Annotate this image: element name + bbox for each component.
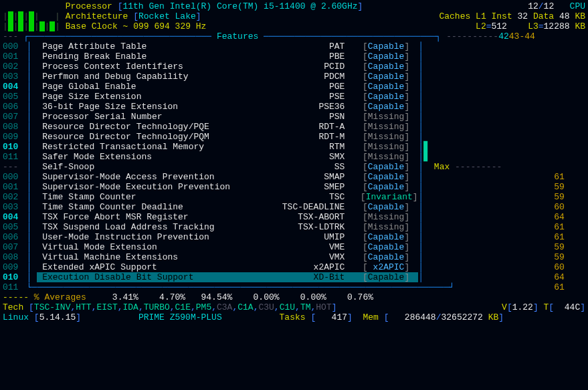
feature-row[interactable]: 011 │ Safer Mode ExtensionsSMX [Missing]… (3, 152, 585, 162)
features-list[interactable]: 000 │ Page Attribute TablePAT [Capable]│… (3, 41, 585, 282)
feature-status: [Missing] (345, 152, 411, 162)
gauge-mark (423, 41, 429, 52)
feature-row[interactable]: 000 │ Page Attribute TablePAT [Capable]│ (3, 41, 585, 52)
feature-row[interactable]: 005 │ TSX Suspend Load Address TrackingT… (3, 222, 585, 232)
feature-name: Resource Director Technology/PQM (37, 132, 271, 142)
line-number: --- (3, 162, 21, 172)
feature-name: Safer Mode Extensions (37, 152, 271, 162)
feature-code: RDT-M (271, 132, 345, 142)
tech-item: TURBO (144, 302, 170, 312)
feature-name: Self-Snoop (37, 162, 271, 172)
feature-row[interactable]: 007 │ Processor Serial NumberPSN [Missin… (3, 112, 585, 122)
feature-row[interactable]: 005 │ Page Size ExtensionPSE [Capable]│ (3, 92, 585, 102)
feature-code: PBE (271, 52, 345, 62)
status-bar: Linux [5.14.15] PRIME Z590M-PLUS Tasks [… (3, 312, 585, 322)
temp-value: 61 (545, 172, 565, 182)
tech-item: C3U (258, 302, 274, 312)
gauge-mark (423, 252, 429, 262)
feature-row[interactable]: 002 │ Time Stamp CounterTSC [Invariant]│… (3, 192, 585, 202)
feature-code: SMAP (271, 172, 345, 182)
feature-code: PCID (271, 62, 345, 72)
feature-row[interactable]: 004 │ Page Global EnablePGE [Capable]│ (3, 82, 585, 92)
temp-value (545, 52, 565, 62)
temp-value: 59 (545, 252, 565, 262)
tech-item: IDA (123, 302, 138, 312)
feature-name: Resource Director Technology/PQE (37, 122, 271, 132)
feature-row[interactable]: 001 │ Supervisor-Mode Execution Preventi… (3, 182, 585, 192)
gauge-mark (423, 232, 429, 242)
tech-item: HOT (316, 302, 331, 312)
gauge-mark (423, 222, 429, 232)
feature-status: [Capable] (345, 52, 411, 62)
feature-code: PSE (271, 92, 345, 102)
feature-name: Page Global Enable (37, 82, 271, 92)
temp-value: 59 (545, 182, 565, 192)
gauge-mark (423, 192, 429, 202)
tech-item: TSC-INV (34, 302, 71, 312)
temp-value (545, 92, 565, 102)
feature-status: [Capable] (345, 41, 411, 52)
temp-value (545, 142, 565, 152)
feature-row[interactable]: 006 │ 36-bit Page Size ExtensionPSE36 [C… (3, 102, 585, 112)
feature-row[interactable]: 003 │ Time Stamp Counter DeadlineTSC-DEA… (3, 202, 585, 212)
feature-row[interactable]: 009 │ Resource Director Technology/PQMRD… (3, 132, 585, 142)
feature-status: [Capable] (345, 202, 411, 212)
feature-row[interactable]: 001 │ Pending Break EnablePBE [Capable]│ (3, 52, 585, 62)
feature-status: [Capable] (345, 162, 411, 172)
gauge-mark (423, 52, 429, 62)
feature-name: Restricted Transactional Memory (37, 142, 271, 152)
feature-status: [ x2APIC] (345, 262, 411, 272)
feature-row[interactable]: 010 │ Restricted Transactional MemoryRTM… (3, 142, 585, 152)
temp-value (545, 102, 565, 112)
feature-code: TSC (271, 192, 345, 202)
feature-name: User-Mode Instruction Prevention (37, 232, 271, 242)
feature-code: PGE (271, 82, 345, 92)
tech-item: , (295, 302, 300, 312)
gauge-mark (423, 82, 429, 92)
temp-value: 60 (545, 262, 565, 272)
line-number: 006 (3, 232, 21, 242)
line-number: 008 (3, 122, 21, 132)
feature-row[interactable]: 002 │ Process Context IdentifiersPCID [C… (3, 62, 585, 72)
feature-name: Time Stamp Counter (37, 192, 271, 202)
feature-row[interactable]: 004 │ TSX Force Abort MSR RegisterTSX-AB… (3, 212, 585, 222)
feature-row[interactable]: 006 │ User-Mode Instruction PreventionUM… (3, 232, 585, 242)
line-number: 000 (3, 41, 21, 52)
gauge-mark (423, 272, 429, 282)
feature-code: TSX-LDTRK (271, 222, 345, 232)
feature-status: [Capable] (345, 72, 411, 82)
feature-code: RDT-A (271, 122, 345, 132)
tech-item: , (211, 302, 217, 312)
feature-row[interactable]: --- │ Self-SnoopSS [Capable]│ Max ------… (3, 162, 585, 172)
feature-name: TSX Force Abort MSR Register (37, 212, 271, 222)
line-number: 009 (3, 262, 21, 272)
tech-item: EIST (96, 302, 117, 312)
feature-name: Processor Serial Number (37, 112, 271, 122)
feature-code: TSC-DEADLINE (271, 202, 345, 212)
feature-code: PAT (271, 41, 345, 52)
feature-name: Execution Disable Bit Support (37, 272, 271, 282)
feature-row[interactable]: 008 │ Virtual Machine ExtensionsVMX [Cap… (3, 252, 585, 262)
temp-value (545, 132, 565, 142)
temp-value (545, 162, 565, 172)
tech-item: , (191, 302, 196, 312)
feature-row[interactable]: 007 │ Virtual Mode ExtensionVME [Capable… (3, 242, 585, 252)
feature-row[interactable]: 009 │ Extended xAPIC Supportx2APIC [ x2A… (3, 262, 585, 272)
feature-row[interactable]: 008 │ Resource Director Technology/PQERD… (3, 122, 585, 132)
tech-row: Tech [TSC-INV,HTT,EIST,IDA,TURBO,C1E,PM5… (3, 302, 585, 312)
feature-status: [Capable] (345, 62, 411, 72)
feature-name: Virtual Mode Extension (37, 242, 271, 252)
feature-name: Virtual Machine Extensions (37, 252, 271, 262)
gauge-mark (423, 182, 429, 192)
gauge-mark: ▊ (423, 142, 429, 152)
feature-row[interactable]: 000 │ Supervisor-Mode Access PreventionS… (3, 172, 585, 182)
feature-row[interactable]: 003 │ Perfmon and Debug CapabilityPDCM [… (3, 72, 585, 82)
gauge-mark (423, 92, 429, 102)
feature-name: Time Stamp Counter Deadline (37, 202, 271, 212)
tech-item: C1U (280, 302, 295, 312)
feature-row[interactable]: 010 │ Execution Disable Bit SupportXD-Bi… (3, 272, 585, 282)
header-clock: |_| |_| | | Base Clock ~ 099 694 329 Hz … (3, 21, 585, 31)
line-number: 005 (3, 92, 21, 102)
tech-item: , (118, 302, 123, 312)
temp-value: 60 (545, 202, 565, 212)
